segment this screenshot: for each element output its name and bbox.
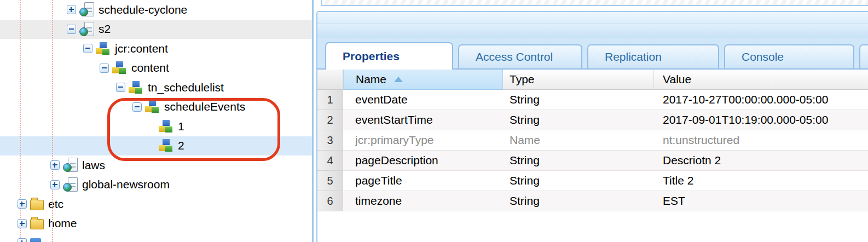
property-type-cell: String	[503, 151, 654, 171]
site-page-icon	[79, 2, 94, 17]
node-cubes-icon	[145, 100, 160, 113]
property-type-cell: String	[503, 90, 654, 110]
expand-icon[interactable]	[50, 180, 60, 189]
toolbar-band-top	[317, 12, 868, 24]
column-header-gutter	[317, 70, 343, 90]
expand-icon[interactable]	[18, 238, 27, 242]
tree-node[interactable]: home	[0, 214, 312, 234]
property-name-cell: eventDate	[343, 90, 503, 110]
tree-node-label[interactable]: jcr:content	[115, 42, 168, 55]
tree-node[interactable]: tn_schedulelist	[0, 78, 312, 97]
property-name-cell: eventStartTime	[343, 110, 503, 130]
properties-table-header: Name Type Value	[317, 70, 868, 90]
expand-icon[interactable]	[18, 199, 27, 209]
expand-icon[interactable]	[67, 5, 76, 14]
row-number: 1	[317, 90, 343, 110]
node-cubes-icon	[112, 61, 127, 74]
jcr-browser-window: schedule-cyclones2jcr:contentcontenttn_s…	[0, 0, 868, 242]
tree-node-label[interactable]: scheduleEvents	[164, 100, 245, 113]
tree-node-label[interactable]: laws	[82, 159, 105, 172]
column-header-value[interactable]: Value	[654, 70, 868, 90]
tree-node[interactable]: etc	[0, 194, 312, 214]
tree-node-label[interactable]: etc	[48, 198, 63, 211]
row-number: 6	[317, 191, 343, 211]
folder-icon	[30, 219, 44, 229]
tree-node-label[interactable]: 2	[178, 139, 184, 152]
property-value-cell[interactable]: nt:unstructured	[654, 130, 868, 151]
tree-node[interactable]: global-newsroom	[0, 175, 312, 195]
row-number: 5	[317, 171, 343, 191]
property-row[interactable]: 3jcr:primaryTypeNament:unstructured	[317, 130, 868, 151]
tree-node[interactable]: schedule-cyclone	[0, 0, 312, 20]
tree-node[interactable]: content	[0, 59, 312, 78]
tab-access-control[interactable]: Access Control	[458, 44, 582, 68]
tab-properties[interactable]: Properties	[325, 42, 453, 70]
tree-node-label[interactable]: tn_schedulelist	[148, 81, 224, 94]
property-name-cell: timezone	[343, 191, 503, 211]
row-number: 4	[317, 151, 343, 171]
property-row[interactable]: 1eventDateString2017-10-27T00:00:00.000-…	[317, 90, 868, 110]
property-row[interactable]: 6timezoneStringEST	[317, 191, 868, 211]
collapse-icon[interactable]	[132, 102, 142, 112]
tree-node-label[interactable]: schedule-cyclone	[99, 3, 187, 16]
expand-icon[interactable]	[50, 160, 60, 170]
column-header-name[interactable]: Name	[343, 70, 503, 90]
top-panel-edge	[321, 0, 868, 6]
property-type-cell: String	[503, 191, 654, 211]
column-header-name-label: Name	[356, 73, 386, 86]
property-value-cell[interactable]: EST	[654, 191, 868, 211]
node-cubes-icon	[159, 139, 173, 152]
tree-node-label[interactable]: s2	[99, 22, 111, 36]
cube-icon	[30, 238, 41, 242]
tree-node-label[interactable]: 1	[178, 120, 184, 133]
properties-table-body: 1eventDateString2017-10-27T00:00:00.000-…	[317, 90, 868, 211]
collapse-icon[interactable]	[116, 83, 125, 92]
property-value-cell[interactable]: Descriotn 2	[654, 151, 868, 171]
tree-guide-line	[52, 0, 53, 242]
property-name-cell: jcr:primaryType	[343, 130, 503, 151]
toolbar-band	[317, 24, 868, 38]
node-cubes-icon	[129, 81, 143, 94]
tree-node[interactable]: jcr:content	[0, 39, 312, 59]
collapse-icon[interactable]	[83, 44, 92, 53]
tree-node[interactable]: s2	[0, 20, 312, 39]
node-detail-panel: Properties Access Control Replication Co…	[316, 11, 868, 242]
tab-replication[interactable]: Replication	[587, 44, 719, 68]
node-cubes-icon	[159, 120, 173, 133]
property-name-cell: pageDescription	[343, 151, 503, 171]
property-row[interactable]: 4pageDescriptionStringDescriotn 2	[317, 151, 868, 171]
property-type-cell: Name	[503, 130, 654, 151]
property-value-cell[interactable]: 2017-10-27T00:00:00.000-05:00	[654, 90, 868, 110]
property-type-cell: String	[503, 171, 654, 191]
collapse-icon[interactable]	[100, 64, 109, 73]
property-value-cell[interactable]: 2017-09-01T10:19:00.000-05:00	[654, 110, 868, 130]
tab-console[interactable]: Console	[724, 44, 854, 68]
property-row[interactable]: 2eventStartTimeString2017-09-01T10:19:00…	[317, 110, 868, 130]
tree-node[interactable]: laws	[0, 155, 312, 175]
tree-node-label[interactable]: global-newsroom	[82, 178, 170, 191]
tree-node-label[interactable]: content	[131, 61, 169, 74]
row-number: 3	[317, 130, 343, 151]
expand-icon[interactable]	[18, 219, 27, 228]
site-page-icon	[63, 177, 78, 192]
property-value-cell[interactable]: Title 2	[654, 171, 868, 191]
property-row[interactable]: 5pageTitleStringTitle 2	[317, 171, 868, 191]
tab-strip: Properties Access Control Replication Co…	[317, 38, 868, 70]
tree-node[interactable]: 2	[0, 136, 312, 156]
panel-splitter[interactable]	[312, 0, 314, 242]
repository-tree-panel: schedule-cyclones2jcr:contentcontenttn_s…	[0, 0, 312, 242]
sort-asc-icon	[394, 77, 403, 82]
site-page-icon	[63, 158, 78, 172]
property-type-cell: String	[503, 110, 654, 130]
folder-icon	[30, 200, 44, 210]
tree-node[interactable]	[0, 233, 312, 242]
tree-node[interactable]: scheduleEvents	[0, 97, 312, 117]
property-name-cell: pageTitle	[343, 171, 503, 191]
node-cubes-icon	[96, 42, 111, 55]
tab-stub[interactable]	[859, 44, 868, 68]
column-header-type[interactable]: Type	[503, 70, 654, 90]
tree-node[interactable]: 1	[0, 117, 312, 136]
row-number: 2	[317, 110, 343, 130]
site-page-icon	[79, 22, 94, 37]
collapse-icon[interactable]	[67, 25, 76, 34]
